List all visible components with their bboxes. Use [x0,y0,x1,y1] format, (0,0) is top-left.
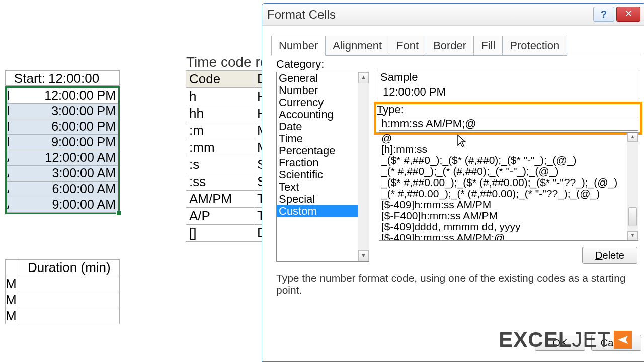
ref-code-cell[interactable]: AM/PM [186,191,254,208]
time-row[interactable]: A6:00:00 AM [7,182,118,197]
category-item-date[interactable]: Date [277,121,369,133]
fill-handle[interactable] [116,211,121,216]
format-cells-dialog: Format Cells ? ✕ NumberAlignmentFontBord… [262,3,644,362]
tab-underline [271,54,641,54]
time-row[interactable]: P3:00:00 PM [7,104,118,119]
time-row[interactable]: P6:00:00 PM [7,119,118,135]
dur-cell[interactable] [19,276,119,292]
format-code-listbox[interactable]: @[h]:mm:ss_($* #,##0_);_($* (#,##0);_($*… [379,132,638,241]
delete-button[interactable]: Delete [582,247,637,264]
scroll-thumb[interactable] [628,207,637,226]
time-row[interactable]: P9:00:00 PM [7,135,118,150]
ref-code-cell[interactable]: :s [186,156,254,173]
scroll-down-button[interactable]: ▼ [627,231,638,240]
ref-code-cell[interactable]: :m [186,122,254,139]
type-label: Type: [377,103,404,116]
start-header-row: Start: 12:00:00 [5,70,120,86]
format-item[interactable]: [$-409]h:mm:ss AM/PM;@ [379,232,638,241]
dur-left-cell[interactable]: M [6,308,19,324]
category-item-scientific[interactable]: Scientific [277,169,369,181]
category-item-accounting[interactable]: Accounting [277,109,369,121]
format-scrollbar[interactable]: ▲ ▼ [627,133,638,240]
start-label: Start: [6,71,48,85]
time-cell[interactable]: 3:00:00 PM [9,104,118,119]
dur-left-header [6,260,19,276]
time-row[interactable]: A3:00:00 AM [7,166,118,182]
category-label: Category: [276,58,324,71]
category-item-custom[interactable]: Custom [277,205,369,217]
time-cell[interactable]: 9:00:00 PM [9,135,118,150]
tab-fill[interactable]: Fill [473,36,503,56]
format-item[interactable]: [$-F400]h:mm:ss AM/PM [379,210,638,221]
format-item[interactable]: [$-409]dddd, mmmm dd, yyyy [379,221,638,232]
tab-protection[interactable]: Protection [502,36,567,56]
category-item-number[interactable]: Number [277,84,369,97]
watermark-jet: JET [572,328,611,352]
dur-left-cell[interactable]: M [6,276,19,292]
format-item[interactable]: _(* #,##0.00_);_(* (#,##0.00);_(* "-"??_… [379,188,638,199]
tab-number[interactable]: Number [271,36,326,56]
time-row[interactable]: A12:00:00 AM [7,150,118,166]
ref-code-cell[interactable]: :mm [186,139,254,156]
dur-cell[interactable] [19,292,119,308]
time-cell[interactable]: 3:00:00 AM [9,166,118,182]
ref-code-cell[interactable]: h [186,88,254,105]
help-button[interactable]: ? [593,7,614,22]
dur-left-cell[interactable]: M [6,292,19,308]
category-item-general[interactable]: General [277,72,369,84]
format-item[interactable]: _($* #,##0.00_);_($* (#,##0.00);_($* "-"… [379,177,638,188]
dialog-title: Format Cells [267,8,336,22]
scroll-down-button[interactable]: ▼ [358,250,369,261]
ref-code-cell[interactable]: [] [186,225,254,242]
time-cell[interactable]: 12:00:00 AM [9,150,118,166]
time-code-reference-table: Code D hHhhH:mM:mmM:sS:ssSAM/PMTA/PT[]D [186,70,272,242]
category-listbox[interactable]: GeneralNumberCurrencyAccountingDateTimeP… [276,72,369,262]
format-item[interactable]: _(* #,##0_);_(* (#,##0);_(* "-"_);_(@_) [379,166,638,177]
watermark-excel: EXCEL [499,328,572,352]
watermark-plane-icon [614,331,632,349]
close-button[interactable]: ✕ [616,7,640,22]
category-item-fraction[interactable]: Fraction [277,157,369,169]
time-table: Start: 12:00:00 [5,70,120,86]
time-row[interactable]: P12:00:00 PM [7,88,118,104]
selection-range[interactable]: P12:00:00 PMP3:00:00 PMP6:00:00 PMP9:00:… [5,86,120,214]
ref-code-cell[interactable]: A/P [186,208,254,225]
start-value: 12:00:00 [48,71,119,85]
time-cell[interactable]: 6:00:00 AM [9,182,118,197]
category-item-text[interactable]: Text [277,181,369,193]
format-item[interactable]: _($* #,##0_);_($* (#,##0);_($* "-"_);_(@… [379,155,638,166]
duration-table: Duration (min) MMM [5,259,120,324]
sample-value: 12:00:00 PM [383,85,446,99]
tab-alignment[interactable]: Alignment [325,36,389,56]
scroll-up-button[interactable]: ▲ [358,72,369,83]
dialog-tabs: NumberAlignmentFontBorderFillProtection [271,36,567,56]
time-row[interactable]: A9:00:00 AM [7,197,118,213]
exceljet-watermark: EXCELJET [499,328,632,352]
format-item[interactable]: [$-409]h:mm:ss AM/PM [379,199,638,210]
mouse-cursor-icon [457,134,467,147]
type-input[interactable] [379,117,638,131]
ref-code-cell[interactable]: hh [186,105,254,122]
category-item-special[interactable]: Special [277,193,369,205]
time-cell[interactable]: 9:00:00 AM [9,197,118,213]
category-item-percentage[interactable]: Percentage [277,145,369,157]
time-cell[interactable]: 12:00:00 PM [9,88,118,104]
scroll-up-button[interactable]: ▲ [627,133,638,142]
ref-header-code: Code [186,71,254,88]
ref-code-cell[interactable]: :ss [186,173,254,191]
dialog-titlebar[interactable]: Format Cells ? ✕ [262,4,644,26]
category-item-currency[interactable]: Currency [277,97,369,109]
duration-header: Duration (min) [19,260,119,276]
sample-label: Sample [380,71,418,84]
format-item[interactable]: @ [379,133,638,144]
category-item-time[interactable]: Time [277,133,369,145]
dur-cell[interactable] [19,308,119,324]
tab-border[interactable]: Border [426,36,474,56]
category-scrollbar[interactable]: ▲ ▼ [358,72,369,261]
format-item[interactable]: [h]:mm:ss [379,144,638,155]
tab-font[interactable]: Font [389,36,426,56]
format-hint-text: Type the number format code, using one o… [276,272,644,296]
time-cell[interactable]: 6:00:00 PM [9,119,118,135]
